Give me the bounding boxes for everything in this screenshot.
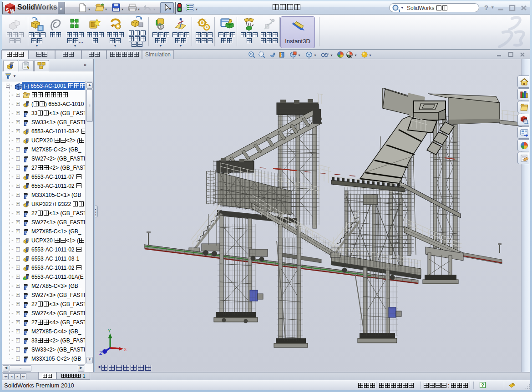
- svg-text:S: S: [6, 8, 9, 13]
- svg-text:Z: Z: [99, 351, 102, 356]
- svg-text:X: X: [124, 347, 127, 352]
- svg-text:W: W: [10, 9, 15, 14]
- svg-text:Y: Y: [108, 328, 111, 334]
